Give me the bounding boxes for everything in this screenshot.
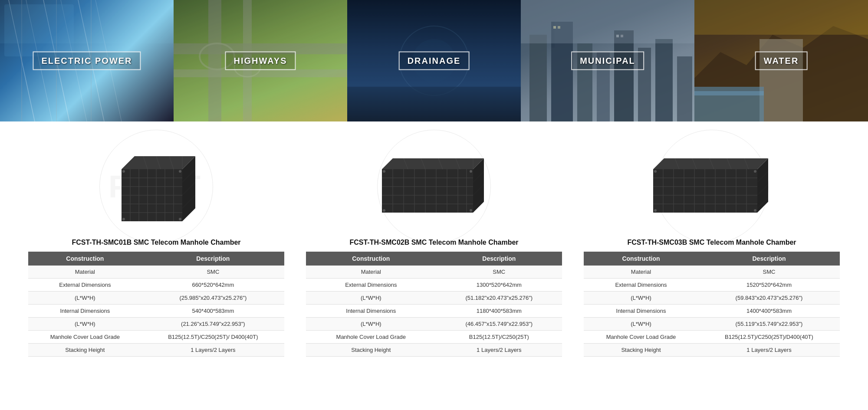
svg-rect-21 xyxy=(347,87,521,121)
table-cell-description: 1 Layers/2 Layers xyxy=(698,344,840,357)
table-row: MaterialSMC xyxy=(28,266,284,279)
table-cell-construction: (L*W*H) xyxy=(28,318,142,331)
table-row: MaterialSMC xyxy=(306,266,562,279)
table-cell-description: (51.182"x20.473"x25.276") xyxy=(436,292,562,305)
table-cell-construction: Manhole Cover Load Grade xyxy=(584,331,698,344)
banner-item-drainage[interactable]: DRAINAGE xyxy=(347,0,521,121)
table-cell-construction: Stacking Height xyxy=(28,344,142,357)
table-cell-description: 540*400*583mm xyxy=(142,305,284,318)
svg-point-94 xyxy=(470,209,472,212)
table-cell-construction: (L*W*H) xyxy=(584,292,698,305)
table-cell-description: 1180*400*583mm xyxy=(436,305,562,318)
banner-item-highways[interactable]: HIGHWAYS xyxy=(174,0,347,121)
svg-rect-23 xyxy=(529,35,547,121)
table-row: Internal Dimensions1180*400*583mm xyxy=(306,305,562,318)
table-cell-description: (55.119"x15.749"x22.953") xyxy=(698,318,840,331)
table-cell-description: 1520*520*642mm xyxy=(698,279,840,292)
table-row: (L*W*H)(46.457"x15.749"x22.953") xyxy=(306,318,562,331)
table-cell-description: 1 Layers/2 Layers xyxy=(142,344,284,357)
banner-label-electric: ELECTRIC POWER xyxy=(33,52,141,70)
svg-rect-42 xyxy=(694,0,868,35)
table-row: Manhole Cover Load GradeB125(12.5T)/C250… xyxy=(306,331,562,344)
banner-label-municipal: MUNICIPAL xyxy=(571,52,644,70)
table-cell-construction: (L*W*H) xyxy=(584,318,698,331)
svg-rect-12 xyxy=(208,0,221,121)
svg-point-121 xyxy=(654,209,657,212)
product-image-area-smc03b: FCST xyxy=(584,134,840,239)
banner-item-electric[interactable]: ELECTRIC POWER xyxy=(0,0,174,121)
svg-point-93 xyxy=(383,209,385,212)
product-card-smc02b: FCST xyxy=(306,134,562,357)
table-cell-description: SMC xyxy=(142,266,284,279)
spec-table-smc01b: Construction Description MaterialSMCExte… xyxy=(28,252,284,357)
spec-table-smc02b: Construction Description MaterialSMCExte… xyxy=(306,252,562,357)
table-cell-construction: External Dimensions xyxy=(306,279,436,292)
table-cell-description: (21.26"x15.749"x22.953") xyxy=(142,318,284,331)
table-cell-description: SMC xyxy=(698,266,840,279)
spec-table-smc03b: Construction Description MaterialSMCExte… xyxy=(584,252,840,357)
products-section: FCST xyxy=(0,121,868,374)
table-row: Manhole Cover Load GradeB125(12.5T)/C250… xyxy=(584,331,840,344)
table-cell-construction: Manhole Cover Load Grade xyxy=(28,331,142,344)
svg-rect-31 xyxy=(677,56,692,121)
col-header-construction-2: Construction xyxy=(306,252,436,266)
col-header-description-3: Description xyxy=(698,252,840,266)
svg-point-119 xyxy=(654,170,657,173)
product-svg-smc02b xyxy=(373,148,495,226)
banner-label-drainage: DRAINAGE xyxy=(399,52,470,70)
table-row: (L*W*H)(25.985"x20.473"x25.276") xyxy=(28,292,284,305)
table-row: External Dimensions1300*520*642mm xyxy=(306,279,562,292)
product-card-smc03b: FCST xyxy=(584,134,840,357)
table-cell-construction: Material xyxy=(28,266,142,279)
table-row: (L*W*H)(21.26"x15.749"x22.953") xyxy=(28,318,284,331)
svg-point-92 xyxy=(470,170,472,173)
banner-item-water[interactable]: WATER xyxy=(694,0,868,121)
table-row: Manhole Cover Load GradeB125(12.5T)/C250… xyxy=(28,331,284,344)
table-cell-construction: (L*W*H) xyxy=(306,292,436,305)
table-row: External Dimensions1520*520*642mm xyxy=(584,279,840,292)
table-cell-construction: Stacking Height xyxy=(584,344,698,357)
table-row: Stacking Height1 Layers/2 Layers xyxy=(306,344,562,357)
table-row: MaterialSMC xyxy=(584,266,840,279)
svg-rect-30 xyxy=(655,39,673,121)
table-cell-description: (46.457"x15.749"x22.953") xyxy=(436,318,562,331)
table-cell-description: B125(12.5T)/C250(25T)/D400(40T) xyxy=(698,331,840,344)
table-cell-construction: Material xyxy=(584,266,698,279)
table-cell-construction: Material xyxy=(306,266,436,279)
table-row: Internal Dimensions1400*400*583mm xyxy=(584,305,840,318)
table-row: (L*W*H)(55.119"x15.749"x22.953") xyxy=(584,318,840,331)
table-cell-construction: External Dimensions xyxy=(584,279,698,292)
table-cell-construction: External Dimensions xyxy=(28,279,142,292)
banner-label-water: WATER xyxy=(755,52,808,70)
table-cell-construction: Internal Dimensions xyxy=(584,305,698,318)
col-header-description-1: Description xyxy=(142,252,284,266)
table-cell-construction: Manhole Cover Load Grade xyxy=(306,331,436,344)
product-svg-smc03b xyxy=(647,148,777,226)
svg-rect-15 xyxy=(174,69,347,77)
product-title-smc02b: FCST-TH-SMC02B SMC Telecom Manhole Chamb… xyxy=(349,239,518,246)
svg-rect-36 xyxy=(521,0,694,43)
svg-rect-28 xyxy=(614,30,634,121)
svg-rect-10 xyxy=(0,0,174,43)
table-row: (L*W*H)(59.843"x20.473"x25.276") xyxy=(584,292,840,305)
svg-point-91 xyxy=(383,170,385,173)
banner-item-municipal[interactable]: MUNICIPAL xyxy=(521,0,694,121)
table-cell-description: (59.843"x20.473"x25.276") xyxy=(698,292,840,305)
banner: ELECTRIC POWER HIGHWAYS xyxy=(0,0,868,121)
product-image-area-smc01b: FCST xyxy=(28,134,284,239)
col-header-construction-3: Construction xyxy=(584,252,698,266)
table-cell-construction: Internal Dimensions xyxy=(306,305,436,318)
table-cell-description: (25.985"x20.473"x25.276") xyxy=(142,292,284,305)
table-cell-description: 1300*520*642mm xyxy=(436,279,562,292)
table-cell-description: 1 Layers/2 Layers xyxy=(436,344,562,357)
svg-point-122 xyxy=(754,209,756,212)
table-cell-construction: Internal Dimensions xyxy=(28,305,142,318)
svg-marker-95 xyxy=(653,169,757,213)
svg-point-64 xyxy=(122,170,125,173)
product-title-smc01b: FCST-TH-SMC01B SMC Telecom Manhole Chamb… xyxy=(72,239,240,246)
table-cell-construction: (L*W*H) xyxy=(306,318,436,331)
table-row: External Dimensions660*520*642mm xyxy=(28,279,284,292)
table-cell-construction: (L*W*H) xyxy=(28,292,142,305)
col-header-description-2: Description xyxy=(436,252,562,266)
product-svg-smc01b xyxy=(108,143,204,230)
